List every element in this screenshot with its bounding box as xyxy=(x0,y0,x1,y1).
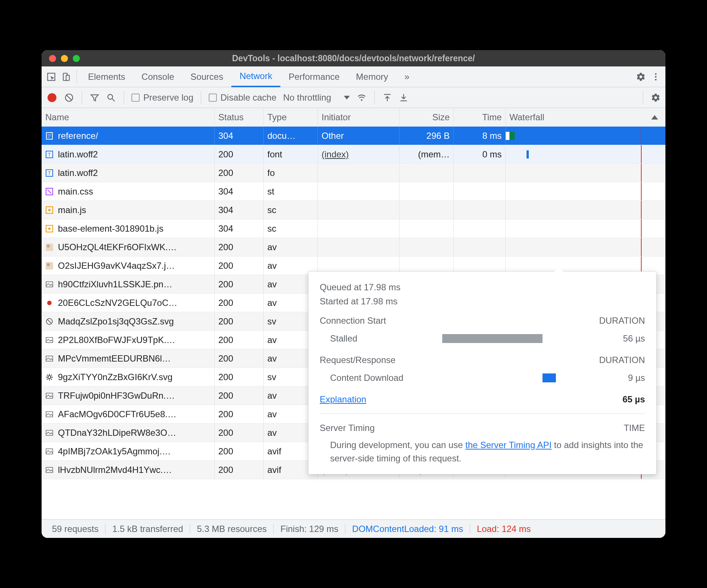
network-conditions-icon[interactable] xyxy=(354,90,369,105)
record-button[interactable] xyxy=(48,93,56,102)
tab-more[interactable]: » xyxy=(396,66,417,87)
cell-name: MPcVmmemtEEDURBN6l… xyxy=(42,349,215,368)
table-row[interactable]: reference/304docu…Other296 B8 ms xyxy=(42,127,665,145)
cell-size xyxy=(400,219,454,238)
throttling-select[interactable]: No throttling xyxy=(280,92,352,103)
tab-network[interactable]: Network xyxy=(231,66,280,87)
explanation-link[interactable]: Explanation xyxy=(320,394,366,405)
tab-console[interactable]: Console xyxy=(133,66,182,87)
cell-name: main.js xyxy=(42,201,215,219)
svg-point-25 xyxy=(47,245,50,248)
svg-point-4 xyxy=(655,76,656,77)
cell-type: av xyxy=(264,238,318,256)
settings-icon[interactable] xyxy=(633,69,648,84)
load-time: Load: 124 ms xyxy=(470,524,537,534)
tab-elements[interactable]: Elements xyxy=(80,66,133,87)
cell-initiator[interactable]: (index) xyxy=(318,145,400,163)
cell-status: 200 xyxy=(215,424,264,442)
table-row[interactable]: main.css304st xyxy=(42,182,665,201)
column-size[interactable]: Size xyxy=(400,108,454,126)
column-type[interactable]: Type xyxy=(264,108,318,126)
filter-icon[interactable] xyxy=(87,90,102,105)
separator xyxy=(124,91,124,104)
cell-name: QTDnaY32hLDipeRW8e3O… xyxy=(42,424,215,442)
cell-name: 9gzXiTYY0nZzBxGI6KrV.svg xyxy=(42,368,215,386)
more-menu-icon[interactable] xyxy=(648,69,663,84)
minimize-window-button[interactable] xyxy=(61,55,68,62)
divider xyxy=(320,414,645,414)
sort-ascending-icon xyxy=(651,115,658,120)
file-type-icon xyxy=(45,336,53,344)
file-type-icon xyxy=(45,373,53,381)
separator xyxy=(76,70,77,84)
panel-tabs: Elements Console Sources Network Perform… xyxy=(80,66,633,87)
inspect-element-icon[interactable] xyxy=(44,69,59,84)
table-row[interactable]: Tlatin.woff2200fo xyxy=(42,164,665,182)
cell-waterfall xyxy=(506,219,665,238)
file-type-icon: T xyxy=(45,150,53,159)
import-har-icon[interactable] xyxy=(380,90,395,105)
tab-memory[interactable]: Memory xyxy=(348,66,397,87)
cell-time xyxy=(454,219,506,238)
preserve-log-checkbox[interactable]: Preserve log xyxy=(129,92,196,103)
column-initiator[interactable]: Initiator xyxy=(318,108,400,126)
load-line xyxy=(641,164,642,182)
file-type-icon xyxy=(45,132,53,140)
time-label: TIME xyxy=(624,423,645,433)
file-type-icon xyxy=(45,262,53,270)
disable-cache-checkbox[interactable]: Disable cache xyxy=(206,92,279,103)
column-name[interactable]: Name xyxy=(42,108,215,126)
window-title: DevTools - localhost:8080/docs/devtools/… xyxy=(42,53,665,63)
column-time[interactable]: Time xyxy=(454,108,506,126)
maximize-window-button[interactable] xyxy=(73,55,80,62)
cell-name: O2sIJEHG9avKV4aqzSx7.j… xyxy=(42,257,215,275)
tab-performance[interactable]: Performance xyxy=(280,66,348,87)
separator xyxy=(374,91,375,104)
table-row[interactable]: U5OHzQL4tEKFr6OFIxWK.…200av xyxy=(42,238,665,257)
network-table: Name Status Type Initiator Size Time Wat… xyxy=(42,108,665,519)
search-icon[interactable] xyxy=(104,90,118,105)
load-line xyxy=(641,145,642,163)
duration-label: DURATION xyxy=(599,316,645,326)
file-type-icon xyxy=(45,410,53,418)
network-settings-icon[interactable] xyxy=(648,90,663,105)
tab-sources[interactable]: Sources xyxy=(182,66,231,87)
popup-arrow xyxy=(554,267,564,272)
svg-point-21 xyxy=(48,209,50,211)
close-window-button[interactable] xyxy=(49,55,56,62)
cell-initiator xyxy=(318,164,400,182)
clear-icon[interactable] xyxy=(62,90,76,105)
transferred-size: 1.5 kB transferred xyxy=(105,524,190,534)
separator xyxy=(201,91,201,104)
domcontentloaded-time: DOMContentLoaded: 91 ms xyxy=(345,524,470,534)
cell-size xyxy=(400,201,454,219)
cell-name: MadqZslZpo1sj3qQ3GsZ.svg xyxy=(42,312,215,330)
svg-rect-26 xyxy=(46,262,53,270)
request-response-label: Request/Response xyxy=(320,355,395,365)
file-type-icon xyxy=(45,466,53,474)
column-waterfall[interactable]: Waterfall xyxy=(506,108,665,126)
content-download-value: 9 µs xyxy=(600,373,645,383)
cell-size xyxy=(400,164,454,182)
cell-status: 200 xyxy=(215,442,264,460)
queued-at: Queued at 17.98 ms xyxy=(320,282,645,293)
cell-name: 2P2L80XfBoFWJFxU9TpK.… xyxy=(42,331,215,349)
server-timing-label: Server Timing xyxy=(320,423,375,433)
column-status[interactable]: Status xyxy=(215,108,264,126)
cell-status: 200 xyxy=(215,312,264,330)
svg-point-8 xyxy=(108,94,113,99)
cell-status: 200 xyxy=(215,461,264,479)
table-row[interactable]: base-element-3018901b.js304sc xyxy=(42,219,665,238)
cell-status: 200 xyxy=(215,164,264,182)
table-header: Name Status Type Initiator Size Time Wat… xyxy=(42,108,665,127)
server-timing-api-link[interactable]: the Server Timing API xyxy=(465,440,551,450)
resources-size: 5.3 MB resources xyxy=(190,524,274,534)
table-row[interactable]: main.js304sc xyxy=(42,201,665,219)
device-toolbar-icon[interactable] xyxy=(59,69,74,84)
cell-status: 200 xyxy=(215,405,264,423)
table-row[interactable]: Tlatin.woff2200font(index)(mem…0 ms xyxy=(42,145,665,164)
file-type-icon xyxy=(45,429,53,437)
file-type-icon xyxy=(45,317,53,326)
checkbox-icon xyxy=(131,94,140,102)
export-har-icon[interactable] xyxy=(396,90,411,105)
